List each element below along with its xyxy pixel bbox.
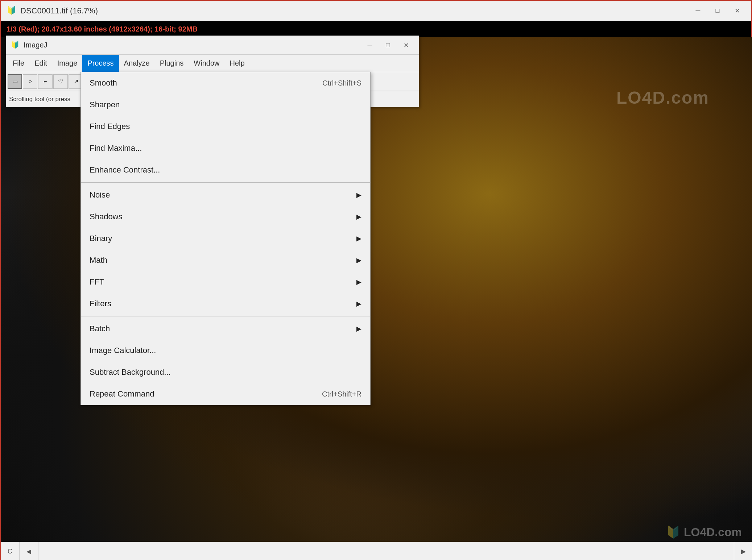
menu-bar: File Edit Image Process Analyze Plugins …	[6, 55, 419, 72]
batch-submenu-arrow: ▶	[356, 325, 361, 333]
noise-submenu-arrow: ▶	[356, 191, 361, 199]
outer-minimize-button[interactable]: ─	[690, 5, 706, 17]
status-text: Scrolling tool (or press	[9, 96, 70, 103]
watermark: LO4D.com	[616, 88, 709, 108]
menu-plugins[interactable]: Plugins	[155, 55, 189, 72]
image-info-text: 1/3 (Red); 20.47x13.60 inches (4912x3264…	[7, 25, 198, 33]
menu-item-smooth-label: Smooth	[90, 78, 117, 88]
menu-item-smooth-shortcut: Ctrl+Shift+S	[322, 79, 361, 87]
scroll-left-arrow-button[interactable]: ◀	[20, 542, 38, 560]
menu-file[interactable]: File	[8, 55, 29, 72]
process-dropdown-menu: Smooth Ctrl+Shift+S Sharpen Find Edges F…	[80, 72, 371, 405]
imagej-minimize-button[interactable]: ─	[361, 40, 378, 51]
menu-item-filters[interactable]: Filters ▶	[81, 293, 370, 315]
menu-analyze[interactable]: Analyze	[119, 55, 155, 72]
menu-item-smooth[interactable]: Smooth Ctrl+Shift+S	[81, 72, 370, 94]
menu-item-batch-label: Batch	[90, 324, 110, 333]
scroll-left-button[interactable]: C	[1, 542, 20, 560]
menu-item-sharpen[interactable]: Sharpen	[81, 94, 370, 116]
filters-submenu-arrow: ▶	[356, 300, 361, 308]
menu-item-subtract-background-label: Subtract Background...	[90, 368, 171, 377]
menu-edit[interactable]: Edit	[29, 55, 52, 72]
menu-item-sharpen-label: Sharpen	[90, 100, 120, 109]
menu-divider-1	[81, 182, 370, 183]
outer-maximize-button[interactable]: □	[709, 5, 726, 17]
outer-close-button[interactable]: ✕	[729, 5, 745, 17]
menu-item-subtract-background[interactable]: Subtract Background...	[81, 361, 370, 383]
menu-item-shadows-label: Shadows	[90, 212, 123, 221]
imagej-win-controls: ─ □ ✕	[361, 40, 414, 51]
lo4d-bottom-watermark: 🔰 LO4D.com	[666, 525, 742, 539]
tool-freehand[interactable]: ♡	[53, 74, 68, 89]
imagej-title: ImageJ	[24, 41, 361, 49]
scroll-track[interactable]	[38, 542, 734, 560]
menu-item-find-maxima[interactable]: Find Maxima...	[81, 137, 370, 159]
menu-item-filters-label: Filters	[90, 299, 111, 308]
menu-item-image-calculator-label: Image Calculator...	[90, 346, 156, 355]
menu-item-find-edges-label: Find Edges	[90, 122, 130, 131]
tool-rectangle[interactable]: ▭	[8, 74, 22, 89]
menu-divider-2	[81, 316, 370, 316]
outer-win-controls: ─ □ ✕	[690, 5, 745, 17]
imagej-titlebar: 🔰 ImageJ ─ □ ✕	[6, 36, 419, 55]
menu-item-batch[interactable]: Batch ▶	[81, 318, 370, 340]
menu-item-binary[interactable]: Binary ▶	[81, 228, 370, 249]
imagej-icon: 🔰	[11, 40, 21, 50]
tool-polygon[interactable]: ⌐	[38, 74, 53, 89]
menu-item-find-maxima-label: Find Maxima...	[90, 144, 142, 153]
imagej-maximize-button[interactable]: □	[380, 40, 396, 51]
binary-submenu-arrow: ▶	[356, 235, 361, 242]
outer-titlebar: 🔰 DSC00011.tif (16.7%) ─ □ ✕	[1, 1, 751, 21]
outer-info-bar: 1/3 (Red); 20.47x13.60 inches (4912x3264…	[1, 21, 751, 37]
outer-scrollbar: C ◀ ▶	[1, 542, 752, 560]
outer-window-title: DSC00011.tif (16.7%)	[20, 6, 690, 16]
menu-item-enhance-contrast[interactable]: Enhance Contrast...	[81, 159, 370, 181]
menu-image[interactable]: Image	[52, 55, 83, 72]
outer-window-icon: 🔰	[7, 6, 17, 16]
menu-item-noise[interactable]: Noise ▶	[81, 184, 370, 206]
menu-item-image-calculator[interactable]: Image Calculator...	[81, 340, 370, 361]
scroll-right-arrow-button[interactable]: ▶	[734, 542, 752, 560]
menu-item-math[interactable]: Math ▶	[81, 249, 370, 271]
menu-item-enhance-contrast-label: Enhance Contrast...	[90, 165, 160, 175]
menu-window[interactable]: Window	[189, 55, 224, 72]
menu-help[interactable]: Help	[224, 55, 249, 72]
menu-item-binary-label: Binary	[90, 234, 112, 243]
shadows-submenu-arrow: ▶	[356, 213, 361, 221]
menu-item-repeat-command[interactable]: Repeat Command Ctrl+Shift+R	[81, 383, 370, 405]
math-submenu-arrow: ▶	[356, 256, 361, 264]
menu-process[interactable]: Process	[82, 55, 119, 72]
menu-item-math-label: Math	[90, 256, 107, 265]
menu-item-find-edges[interactable]: Find Edges	[81, 116, 370, 137]
fft-submenu-arrow: ▶	[356, 278, 361, 286]
tool-oval[interactable]: ○	[23, 74, 37, 89]
outer-window: 🔰 DSC00011.tif (16.7%) ─ □ ✕ 1/3 (Red); …	[0, 0, 752, 560]
menu-item-fft[interactable]: FFT ▶	[81, 271, 370, 293]
menu-item-noise-label: Noise	[90, 190, 110, 200]
imagej-close-button[interactable]: ✕	[398, 40, 414, 51]
menu-item-fft-label: FFT	[90, 277, 104, 287]
menu-item-repeat-command-label: Repeat Command	[90, 389, 154, 399]
menu-item-shadows[interactable]: Shadows ▶	[81, 206, 370, 228]
menu-item-repeat-command-shortcut: Ctrl+Shift+R	[322, 390, 361, 398]
